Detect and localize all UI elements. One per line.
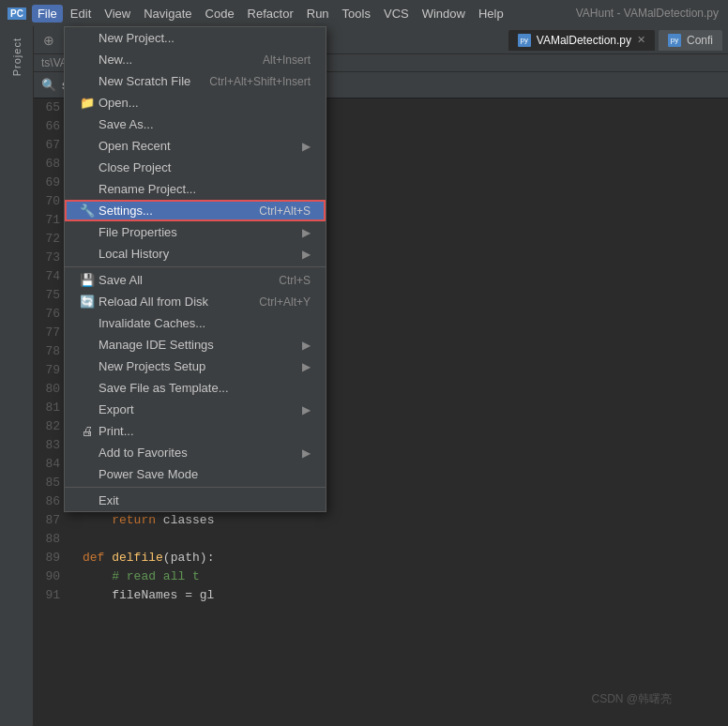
menu-item-label: 🔄Reload All from Disk <box>80 295 208 309</box>
menu-separator <box>65 266 326 267</box>
menu-item-label: Power Save Mode <box>80 467 198 481</box>
dropdown-overlay: New Project...New...Alt+InsertNew Scratc… <box>0 0 728 726</box>
menu-item-close-project[interactable]: Close Project <box>65 157 326 178</box>
wrench-icon: 🔧 <box>80 204 95 218</box>
menu-item-label: Export <box>80 402 134 416</box>
menu-item-reload-all-from-disk[interactable]: 🔄Reload All from DiskCtrl+Alt+Y <box>65 291 326 312</box>
menu-item-add-to-favorites[interactable]: Add to Favorites▶ <box>65 442 326 463</box>
menu-item-new---[interactable]: New...Alt+Insert <box>65 49 326 70</box>
reload-icon: 🔄 <box>80 295 95 309</box>
submenu-arrow: ▶ <box>302 360 311 373</box>
menu-item-print---[interactable]: 🖨Print... <box>65 420 326 442</box>
menu-item-local-history[interactable]: Local History▶ <box>65 243 326 265</box>
menu-item-save-file-as-template---[interactable]: Save File as Template... <box>65 377 326 399</box>
menu-item-label: New Scratch File <box>80 74 190 88</box>
menu-item-label: Manage IDE Settings <box>80 338 214 352</box>
submenu-arrow: ▶ <box>302 446 311 460</box>
menu-item-label: Exit <box>80 493 119 507</box>
menu-item-label: Open Recent <box>80 139 171 153</box>
menu-item-label: New... <box>80 53 132 67</box>
submenu-arrow: ▶ <box>302 403 311 416</box>
submenu-arrow: ▶ <box>302 140 311 153</box>
folder-icon: 📁 <box>80 96 95 110</box>
menu-item-file-properties[interactable]: File Properties▶ <box>65 221 326 243</box>
menu-item-new-scratch-file[interactable]: New Scratch FileCtrl+Alt+Shift+Insert <box>65 70 326 92</box>
menu-item-label: 💾Save All <box>80 273 143 287</box>
menu-item-export[interactable]: Export▶ <box>65 399 326 420</box>
save-icon: 💾 <box>80 273 95 287</box>
menu-item-label: Save File as Template... <box>80 381 229 395</box>
menu-item-power-save-mode[interactable]: Power Save Mode <box>65 463 326 485</box>
menu-item-rename-project---[interactable]: Rename Project... <box>65 178 326 200</box>
print-icon: 🖨 <box>80 424 95 438</box>
menu-item-label: Add to Favorites <box>80 446 188 460</box>
menu-item-label: 🖨Print... <box>80 424 134 438</box>
menu-item-label: Close Project <box>80 160 171 174</box>
menu-item-new-project---[interactable]: New Project... <box>65 27 326 49</box>
menu-item-label: 📁Open... <box>80 96 139 110</box>
menu-item-label: Rename Project... <box>80 182 196 196</box>
menu-item-label: 🔧Settings... <box>80 204 153 218</box>
menu-shortcut: Ctrl+S <box>279 274 311 287</box>
menu-shortcut: Ctrl+Alt+S <box>259 204 311 218</box>
menu-item-open---[interactable]: 📁Open... <box>65 92 326 113</box>
menu-item-settings---[interactable]: 🔧Settings...Ctrl+Alt+S <box>65 200 326 221</box>
menu-shortcut: Alt+Insert <box>263 53 311 67</box>
menu-item-save-all[interactable]: 💾Save AllCtrl+S <box>65 269 326 291</box>
menu-shortcut: Ctrl+Alt+Shift+Insert <box>209 75 311 88</box>
menu-item-save-as---[interactable]: Save As... <box>65 113 326 135</box>
menu-item-label: New Projects Setup <box>80 359 205 373</box>
menu-item-label: File Properties <box>80 225 177 239</box>
submenu-arrow: ▶ <box>302 248 311 261</box>
submenu-arrow: ▶ <box>302 226 311 239</box>
menu-item-manage-ide-settings[interactable]: Manage IDE Settings▶ <box>65 334 326 355</box>
menu-item-exit[interactable]: Exit <box>65 490 326 511</box>
menu-item-label: Invalidate Caches... <box>80 316 205 330</box>
menu-item-new-projects-setup[interactable]: New Projects Setup▶ <box>65 355 326 377</box>
menu-item-open-recent[interactable]: Open Recent▶ <box>65 135 326 157</box>
menu-item-label: Save As... <box>80 117 154 131</box>
menu-item-invalidate-caches---[interactable]: Invalidate Caches... <box>65 312 326 334</box>
menu-item-label: Local History <box>80 247 169 261</box>
submenu-arrow: ▶ <box>302 339 311 352</box>
menu-separator <box>65 487 326 488</box>
menu-item-label: New Project... <box>80 31 174 45</box>
file-dropdown-menu: New Project...New...Alt+InsertNew Scratc… <box>64 26 326 512</box>
menu-shortcut: Ctrl+Alt+Y <box>259 295 311 309</box>
